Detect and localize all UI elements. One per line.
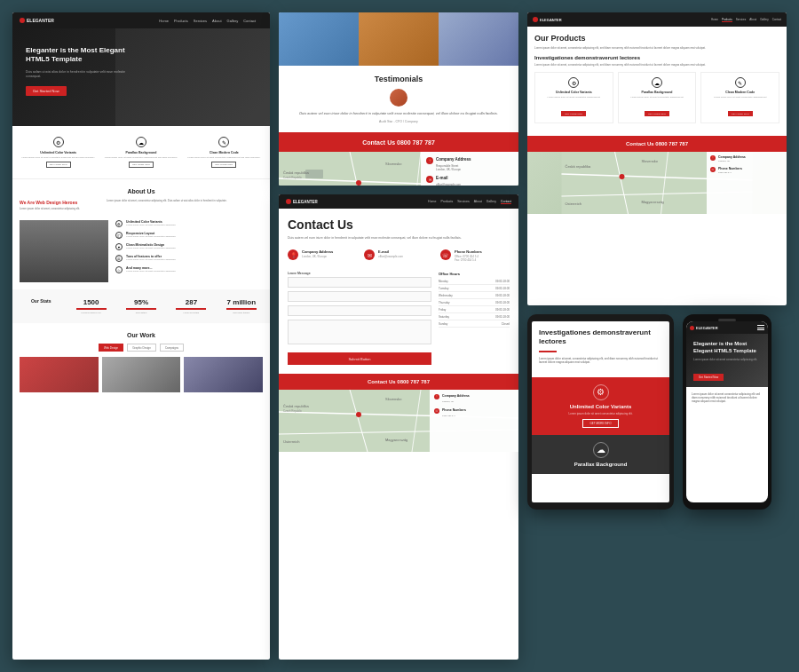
about-feat-4: ☰ Tons of features to offer Lorem ipsum … bbox=[115, 255, 263, 262]
right-map-phone-num: 0700 454 5 4 bbox=[718, 171, 742, 174]
map-location-icon: 📍 bbox=[426, 157, 433, 164]
contact-phone-text: Phone Numbers Office: 0700 454 5 4 Fax: … bbox=[455, 249, 482, 262]
hours-day-4: Thursday bbox=[439, 301, 450, 304]
nav-gallery[interactable]: Gallery bbox=[227, 19, 239, 23]
contact-map-company-text: Company Address London, UK bbox=[442, 394, 470, 404]
prod-feat-2-btn[interactable]: GET MORE INFO bbox=[645, 111, 669, 116]
pnav-products[interactable]: Products bbox=[722, 18, 732, 22]
right-map-company: 📍 Company Address London, UK bbox=[710, 155, 783, 162]
mid-contact-bar: Contact Us 0800 787 787 bbox=[279, 132, 518, 152]
products-nav: ELEGANTER Home Products Services About G… bbox=[527, 12, 787, 27]
hours-time-1: 09:00-18:00 bbox=[495, 280, 510, 283]
hours-day-7: Sunday bbox=[439, 322, 447, 326]
hours-day-2: Tuesday bbox=[439, 287, 448, 290]
right-map-overlay: 📍 Company Address London, UK ☏ Phone Num… bbox=[707, 152, 787, 214]
contact-nav-contact[interactable]: Contact bbox=[501, 200, 511, 204]
tablet-red-btn[interactable]: GET MORE INFO bbox=[582, 419, 620, 428]
contact-address-text: Company Address London, UK / Europe bbox=[302, 249, 333, 258]
feature-1-btn[interactable]: GET MORE INFO bbox=[46, 162, 71, 168]
about-feat-2: ◫ Responsive Layout Lorem ipsum dolor si… bbox=[115, 232, 263, 239]
contact-logo: ELEGANTER bbox=[286, 199, 318, 204]
stat-1-label: Folders made by p3 bbox=[69, 312, 112, 314]
form-name-input[interactable] bbox=[288, 277, 431, 288]
contact-email-icon: ✉ bbox=[364, 249, 375, 260]
contact-nav-services[interactable]: Services bbox=[457, 200, 469, 204]
pnav-gallery[interactable]: Gallery bbox=[760, 18, 769, 22]
contact-nav-gallery[interactable]: Gallery bbox=[487, 200, 496, 204]
work-tab-webdesign[interactable]: Web Design bbox=[99, 344, 123, 352]
nav-contact[interactable]: Contact bbox=[243, 19, 256, 23]
svg-text:Česká republika: Česká republika bbox=[283, 404, 309, 408]
phone-logo: ELEGANTER bbox=[690, 326, 718, 330]
prod-feat-1-btn[interactable]: GET MORE INFO bbox=[561, 111, 586, 116]
site-desktop-preview: ELEGANTER Home Products Services About G… bbox=[12, 12, 270, 660]
right-map-company-text: Company Address London, UK bbox=[718, 155, 746, 162]
nav-home[interactable]: Home bbox=[159, 19, 169, 23]
feature-3-text: Lorem ipsum dolor sit amet consectetur a… bbox=[186, 156, 263, 159]
map-email-title: E-mail bbox=[436, 176, 461, 180]
about-title: About Us bbox=[20, 188, 263, 194]
phone-hamburger-icon[interactable] bbox=[757, 325, 764, 330]
stats-title: Our Stats bbox=[20, 298, 62, 304]
products-title: Our Products bbox=[534, 34, 779, 43]
work-tabs: Web Design Graphic Design Campaigns bbox=[20, 344, 263, 352]
map-company-title: Company Address bbox=[436, 157, 471, 162]
about-feat-1-text: Unlimited Color Variants Lorem ipsum dol… bbox=[126, 220, 176, 226]
right-map-loc-icon: 📍 bbox=[710, 155, 716, 161]
contact-page-map: Česká republika Czech Republic Slovensko… bbox=[279, 390, 518, 452]
phone-device: ELEGANTER Eleganter is the Most Elegant … bbox=[683, 314, 771, 660]
feature-3-icon: ✎ bbox=[218, 137, 229, 147]
pnav-contact[interactable]: Contact bbox=[772, 18, 781, 22]
work-tab-campaigns[interactable]: Campaigns bbox=[160, 344, 184, 352]
pnav-about[interactable]: About bbox=[749, 18, 756, 22]
tablet-section2: ☁ Parallax Background bbox=[532, 435, 669, 474]
nav-products[interactable]: Products bbox=[174, 19, 188, 23]
contact-address-val: London, UK / Europe bbox=[302, 255, 333, 258]
feature-3-btn[interactable]: GET MORE INFO bbox=[211, 162, 236, 168]
nav-about[interactable]: About bbox=[212, 19, 221, 23]
prod-feat-3-text: Lorem ipsum dolor sit amet consectetur a… bbox=[706, 96, 774, 99]
testimonial-avatar bbox=[390, 89, 407, 107]
prod-feat-3-btn[interactable]: GET MORE INFO bbox=[728, 111, 753, 116]
about-feat-3-icon: ♥ bbox=[115, 243, 123, 250]
phone-hero-text: Lorem ipsum dolor sit amet consectetur a… bbox=[693, 359, 761, 362]
svg-text:Česká republika: Česká republika bbox=[566, 164, 591, 169]
right-contact-bar: Contact Us 0800 787 787 bbox=[527, 136, 787, 152]
contact-map-phone-text: Phone Numbers 0700 454 5 4 bbox=[442, 408, 466, 418]
contact-col-phone: ☏ Phone Numbers Office: 0700 454 5 4 Fax… bbox=[440, 249, 510, 262]
contact-form-right: Office Hours Monday 09:00-18:00 Tuesday … bbox=[439, 272, 510, 366]
contact-nav-about[interactable]: About bbox=[474, 200, 482, 204]
pnav-home[interactable]: Home bbox=[711, 18, 718, 22]
phone-logo-icon bbox=[690, 326, 694, 330]
work-tab-graphic[interactable]: Graphic Design bbox=[127, 344, 156, 352]
pnav-services[interactable]: Services bbox=[736, 18, 747, 22]
stat-2-label: Duis autem bbox=[120, 312, 162, 314]
nav-services[interactable]: Services bbox=[194, 19, 207, 23]
contact-nav-products[interactable]: Products bbox=[440, 200, 453, 204]
prod-feat-2-text: Lorem ipsum dolor sit amet consectetur a… bbox=[623, 96, 692, 99]
form-message-textarea[interactable] bbox=[288, 320, 431, 344]
products-desc: Lorem ipsum dolor sit amet, consectetur … bbox=[534, 46, 779, 50]
contact-col-address: 📍 Company Address London, UK / Europe bbox=[288, 249, 357, 262]
feature-3: ✎ Clean Modern Code Lorem ipsum dolor si… bbox=[186, 137, 263, 168]
hours-time-4: 09:00-18:00 bbox=[495, 301, 510, 304]
form-email-input[interactable] bbox=[288, 291, 431, 302]
tablet-s2-icon: ☁ bbox=[593, 442, 609, 458]
svg-text:Österreich: Österreich bbox=[566, 202, 581, 206]
hours-day-6: Saturday bbox=[439, 315, 449, 319]
svg-text:Czech Republic: Czech Republic bbox=[283, 176, 303, 179]
right-map-company-title: Company Address bbox=[718, 155, 746, 159]
tablet-screen: Investigationes demonstraverunt lectores… bbox=[532, 321, 669, 502]
phone-cta-button[interactable]: Get Started Now bbox=[693, 374, 724, 381]
feature-1: ⚙ Unlimited Color Variants Lorem ipsum d… bbox=[20, 137, 97, 168]
hero-cta-button[interactable]: Get Started Now bbox=[26, 86, 67, 96]
mid-map-overlay: 📍 Company Address Responsible StreetLond… bbox=[421, 152, 518, 186]
feature-2-btn[interactable]: GET MORE INFO bbox=[129, 162, 154, 168]
phone-hero: Eleganter is the Most Elegant HTML5 Temp… bbox=[686, 334, 768, 387]
about-image-section: ⚙ Unlimited Color Variants Lorem ipsum d… bbox=[12, 220, 270, 289]
form-subject-input[interactable] bbox=[288, 305, 431, 316]
testimonials-section: Testimonials Duis autem vel eum iriure d… bbox=[279, 66, 518, 132]
about-feat-3-text: Clean Minimalistic Design Lorem ipsum do… bbox=[126, 243, 176, 249]
contact-nav-home[interactable]: Home bbox=[428, 200, 436, 204]
form-submit-button[interactable]: Submit Button bbox=[288, 352, 431, 365]
